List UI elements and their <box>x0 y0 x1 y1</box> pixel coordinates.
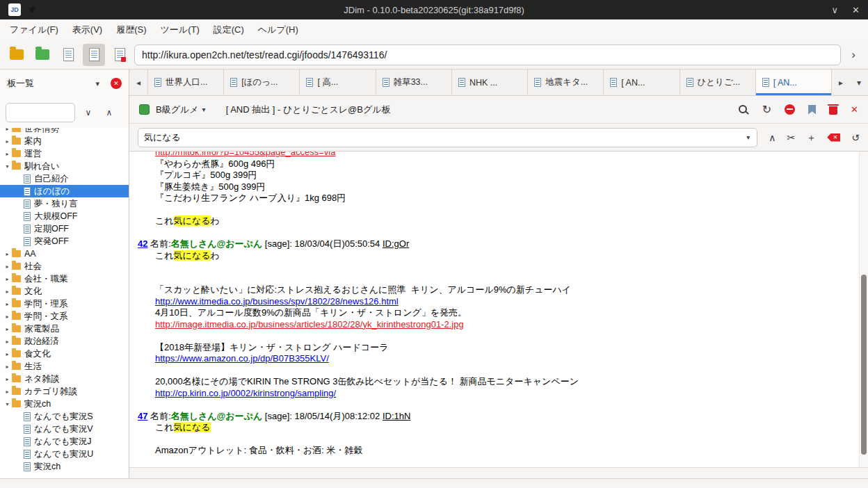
tree-category-item[interactable]: ▸生活 <box>0 360 129 373</box>
tree-board-item[interactable]: なんでも実況J <box>0 435 129 448</box>
extract-search-input[interactable] <box>144 132 745 143</box>
bookmark-icon[interactable] <box>808 105 816 115</box>
scrollbar-thumb[interactable] <box>861 275 867 455</box>
scissors-icon[interactable]: ✂ <box>787 133 796 143</box>
chevron-collapsed-icon[interactable]: ▸ <box>3 128 12 132</box>
thread-tab[interactable]: ひとりご... <box>680 70 756 95</box>
delete-icon[interactable] <box>829 106 837 115</box>
tree-board-item[interactable]: 自己紹介 <box>0 172 129 185</box>
post-number-link[interactable]: 42 <box>138 238 147 249</box>
tree-board-item[interactable]: 大規模OFF <box>0 210 129 222</box>
tree-category-item[interactable]: ▸運営 <box>0 147 129 160</box>
menu-item[interactable]: ヘルプ(H) <box>251 21 305 39</box>
tree-board-item[interactable]: 定期OFF <box>0 222 129 235</box>
close-window-icon[interactable]: ✕ <box>852 5 860 15</box>
link[interactable]: http://image.itmedia.co.jp/business/arti… <box>155 319 464 330</box>
chevron-collapsed-icon[interactable]: ▸ <box>3 314 12 320</box>
minimize-icon[interactable]: ∨ <box>832 5 839 15</box>
open-url-button[interactable]: › <box>844 48 862 62</box>
tree-category-item[interactable]: ▸AA <box>0 247 129 260</box>
chevron-collapsed-icon[interactable]: ▸ <box>3 351 12 357</box>
menu-item[interactable]: 表示(V) <box>65 21 109 39</box>
chevron-collapsed-icon[interactable]: ▸ <box>3 138 12 145</box>
close-tab-icon[interactable]: ✕ <box>851 104 858 115</box>
image-view-button[interactable] <box>108 44 131 66</box>
thread-tab[interactable]: [ 高... <box>300 70 376 95</box>
search-up-icon[interactable]: ∧ <box>102 105 117 120</box>
tree-board-item[interactable]: なんでも実況S <box>0 410 129 423</box>
thread-tab[interactable]: 地震キタ... <box>528 70 604 95</box>
tree-category-item[interactable]: ▸学問・文系 <box>0 310 129 323</box>
search-icon[interactable] <box>738 104 749 115</box>
menu-item[interactable]: ファイル(F) <box>3 21 65 39</box>
tree-category-item[interactable]: ▸世界情勢 <box>0 128 129 135</box>
tab-list-icon[interactable]: ▾ <box>850 70 868 95</box>
tree-category-item[interactable]: ▸カテゴリ雑談 <box>0 385 129 398</box>
board-select[interactable]: B級グルメ ▾ <box>156 104 206 116</box>
thread-tab[interactable]: [ AN... <box>604 70 680 95</box>
tree-category-item[interactable]: ▸社会 <box>0 260 129 273</box>
tree-board-item[interactable]: 実況ch <box>0 460 129 473</box>
chevron-collapsed-icon[interactable]: ▸ <box>3 251 12 257</box>
tree-board-item[interactable]: なんでも実況V <box>0 423 129 435</box>
chevron-expanded-icon[interactable]: ▾ <box>3 163 12 170</box>
pin-icon[interactable] <box>27 5 37 15</box>
add-search-icon[interactable]: ＋ <box>806 133 816 143</box>
search-down-icon[interactable]: ∨ <box>81 105 96 120</box>
post-number-link[interactable]: 47 <box>138 411 147 421</box>
menu-item[interactable]: 履歴(S) <box>109 21 153 39</box>
tree-category-item[interactable]: ▾実況ch <box>0 398 129 410</box>
sidebar-search-input[interactable] <box>6 103 75 122</box>
chevron-collapsed-icon[interactable]: ▸ <box>3 301 12 307</box>
poster-id[interactable]: ID:gOr <box>383 238 409 249</box>
tabs-scroll-right-icon[interactable]: ▸ <box>832 70 850 95</box>
thread-tab[interactable]: 世界人口... <box>147 70 224 95</box>
poster-id[interactable]: ID:1hN <box>383 411 410 421</box>
scrollbar[interactable] <box>859 152 868 467</box>
tree-category-item[interactable]: ▸家電製品 <box>0 323 129 335</box>
search-history-icon[interactable]: ▾ <box>745 133 751 141</box>
tree-board-item[interactable]: 突発OFF <box>0 235 129 247</box>
tree-category-item[interactable]: ▸ネタ雑談 <box>0 373 129 385</box>
thread-view-button[interactable] <box>83 44 105 66</box>
link[interactable]: http://www.itmedia.co.jp/business/spv/18… <box>155 296 399 307</box>
tree-category-item[interactable]: ▸政治経済 <box>0 335 129 348</box>
tree-category-item[interactable]: ▸会社・職業 <box>0 273 129 285</box>
chevron-collapsed-icon[interactable]: ▸ <box>3 276 12 282</box>
chevron-collapsed-icon[interactable]: ▸ <box>3 263 12 270</box>
chevron-collapsed-icon[interactable]: ▸ <box>3 288 12 295</box>
link[interactable]: http://cp.kirin.co.jp/0002/kirinstrong/s… <box>155 388 336 398</box>
thread-tab[interactable]: [ AN... <box>756 70 832 95</box>
chevron-collapsed-icon[interactable]: ▸ <box>3 339 12 345</box>
tree-board-item[interactable]: 夢・独り言 <box>0 197 129 210</box>
chevron-collapsed-icon[interactable]: ▸ <box>3 376 12 382</box>
stop-icon[interactable] <box>785 104 795 115</box>
thread-list-button[interactable] <box>57 44 79 66</box>
reload-icon[interactable]: ↻ <box>762 104 771 115</box>
chevron-collapsed-icon[interactable]: ▸ <box>3 151 12 157</box>
link[interactable]: https://www.amazon.co.jp/dp/B07B355KLV/ <box>155 353 329 364</box>
sidebar-close-button[interactable]: ✕ <box>111 78 122 89</box>
boards-sidebar-button[interactable] <box>6 44 28 66</box>
favorites-button[interactable] <box>31 44 54 66</box>
chevron-collapsed-icon[interactable]: ▸ <box>3 326 12 332</box>
tree-category-item[interactable]: ▾馴れ合い <box>0 160 129 172</box>
url-input[interactable] <box>134 44 841 65</box>
menu-item[interactable]: 設定(C) <box>207 21 251 39</box>
thread-tab[interactable]: NHK ... <box>452 70 528 95</box>
thread-tab[interactable]: 雑草33... <box>376 70 452 95</box>
tree-category-item[interactable]: ▸案内 <box>0 135 129 147</box>
chevron-collapsed-icon[interactable]: ▸ <box>3 364 12 370</box>
tree-board-item[interactable]: ほのぼの <box>0 185 129 197</box>
tree-category-item[interactable]: ▸文化 <box>0 285 129 298</box>
undo-icon[interactable]: ↺ <box>851 133 860 143</box>
thread-tab[interactable]: [ほのっ... <box>224 70 300 95</box>
chevron-expanded-icon[interactable]: ▾ <box>3 401 12 407</box>
link[interactable]: http://mitok.info/?p=10455&page_access=v… <box>155 152 335 157</box>
chevron-collapsed-icon[interactable]: ▸ <box>3 389 12 395</box>
tree-category-item[interactable]: ▸食文化 <box>0 348 129 360</box>
find-up-icon[interactable]: ∧ <box>769 133 775 143</box>
clear-search-icon[interactable]: ✕ <box>827 133 840 142</box>
sidebar-dropdown-icon[interactable]: ▾ <box>95 79 99 88</box>
tree-board-item[interactable]: なんでも実況U <box>0 448 129 460</box>
